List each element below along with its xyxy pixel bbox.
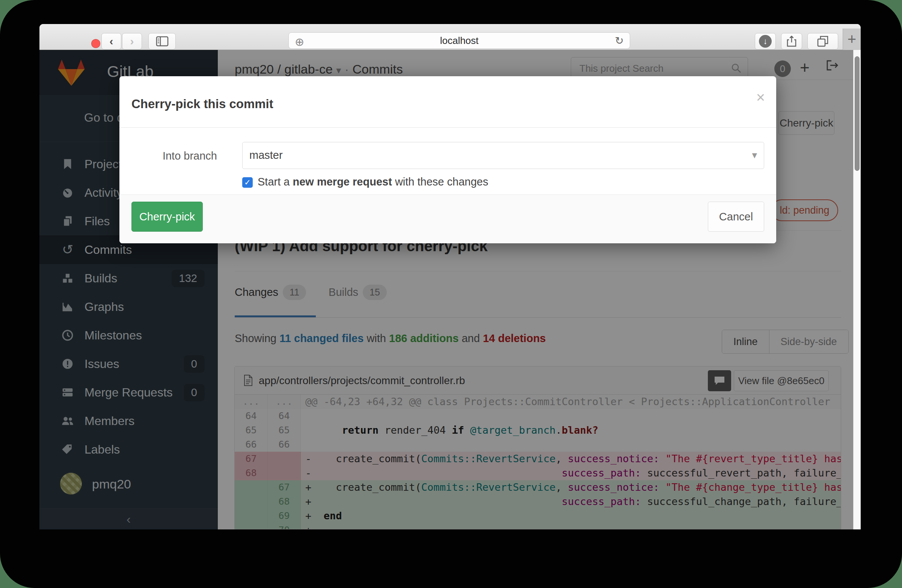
share-button[interactable] [781, 33, 802, 50]
back-button[interactable]: ‹ [102, 33, 121, 50]
scrollbar[interactable] [853, 50, 861, 529]
scrollbar-thumb[interactable] [855, 56, 860, 171]
reload-icon[interactable]: ↻ [615, 34, 624, 47]
browser-toolbar: ‹ › ⊕ localhost ↻ ↓ [39, 24, 861, 50]
modal-body: Into branch master ▾ ✓ Start a new merge… [119, 128, 776, 194]
downloads-button[interactable]: ↓ [755, 33, 776, 50]
download-icon: ↓ [759, 35, 772, 48]
branch-select-value: master [249, 149, 283, 161]
checkbox-label[interactable]: Start a new merge request with these cha… [258, 176, 488, 188]
gitlab-page: GitLab Go to d ProjectActivityFiles↺Comm… [39, 50, 861, 529]
checkbox-label-text: with these changes [392, 176, 488, 188]
forward-icon: › [130, 36, 134, 47]
back-icon: ‹ [110, 36, 113, 47]
share-icon [787, 36, 797, 47]
url-bar[interactable]: ⊕ localhost ↻ [288, 32, 630, 49]
into-branch-label: Into branch [160, 150, 217, 162]
url-plus-icon[interactable]: ⊕ [295, 35, 304, 48]
close-icon[interactable]: × [756, 90, 765, 105]
url-text: localhost [440, 35, 479, 47]
browser-window: ‹ › ⊕ localhost ↻ ↓ [39, 24, 861, 529]
cherry-pick-confirm-button[interactable]: Cherry-pick [132, 202, 203, 231]
modal-footer: Cherry-pick Cancel [119, 194, 776, 243]
checkbox-label-text: Start a [258, 176, 293, 188]
forward-button[interactable]: › [122, 33, 142, 50]
checkbox-label-bold: new merge request [293, 176, 392, 188]
new-tab-button[interactable]: + [842, 28, 861, 50]
tabs-icon [817, 36, 828, 47]
cancel-button[interactable]: Cancel [708, 202, 764, 231]
new-merge-request-checkbox[interactable]: ✓ [242, 177, 253, 188]
close-window-button[interactable] [91, 39, 100, 48]
sidebar-toggle-button[interactable] [148, 33, 176, 50]
new-tab-icon: + [847, 31, 856, 48]
modal-header: Cherry-pick this commit × [119, 76, 776, 128]
modal-title: Cherry-pick this commit [132, 97, 273, 111]
tab-overview-button[interactable] [807, 33, 838, 50]
branch-select[interactable]: master ▾ [242, 142, 764, 169]
cherry-pick-modal: Cherry-pick this commit × Into branch ma… [119, 76, 776, 243]
sidebar-toggle-icon [156, 36, 169, 47]
chevron-down-icon: ▾ [752, 149, 757, 161]
